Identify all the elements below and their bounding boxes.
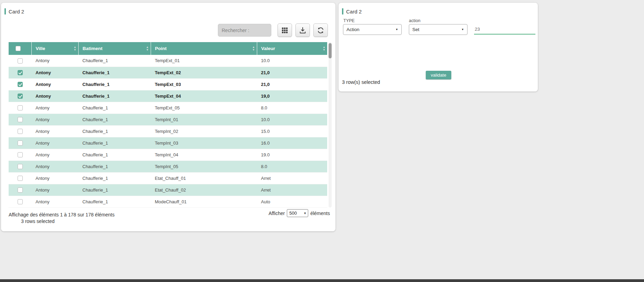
cell-point: TempExt_03 bbox=[151, 78, 257, 90]
cell-valeur: 10.0 bbox=[257, 114, 327, 125]
cell-valeur: Arret bbox=[257, 172, 327, 184]
table-row[interactable]: Antony Chaufferie_1 TempInt_03 16.0 bbox=[9, 137, 327, 149]
cell-batiment: Chaufferie_1 bbox=[78, 114, 151, 125]
length-label-before: Afficher bbox=[269, 211, 285, 216]
card-title-text: Card 2 bbox=[9, 9, 24, 14]
row-checkbox[interactable] bbox=[18, 164, 23, 169]
column-visibility-button[interactable] bbox=[278, 23, 292, 37]
table-scrollbar[interactable] bbox=[329, 42, 332, 207]
cell-ville: Antony bbox=[31, 149, 78, 161]
table-info-text: Affichage des éléments 1 à 178 sur 178 é… bbox=[9, 212, 114, 217]
table-toolbar bbox=[218, 23, 328, 37]
row-checkbox[interactable] bbox=[18, 140, 23, 146]
cell-batiment: Chaufferie_1 bbox=[78, 90, 151, 102]
action-select[interactable]: Set ▼ bbox=[409, 24, 467, 35]
page-length-control: Afficher 500 ▼ éléments bbox=[269, 209, 330, 217]
chevron-down-icon: ▼ bbox=[461, 28, 464, 31]
row-checkbox[interactable] bbox=[18, 105, 23, 110]
cell-ville: Antony bbox=[31, 90, 78, 102]
scrollbar-thumb[interactable] bbox=[329, 43, 332, 58]
cell-batiment: Chaufferie_1 bbox=[78, 125, 151, 137]
column-header-label: Batiment bbox=[83, 46, 103, 51]
column-header-label: Valeur bbox=[261, 46, 275, 51]
title-accent-bar bbox=[4, 8, 6, 14]
window-bottom-edge bbox=[0, 279, 644, 282]
table-card: Card 2 bbox=[1, 3, 335, 231]
table-row[interactable]: Antony Chaufferie_1 TempInt_05 8.0 bbox=[9, 161, 327, 172]
validate-button[interactable]: validate bbox=[426, 71, 451, 79]
cell-ville: Antony bbox=[31, 184, 78, 196]
cell-batiment: Chaufferie_1 bbox=[78, 184, 151, 196]
table-row[interactable]: Antony Chaufferie_1 TempExt_05 8.0 bbox=[9, 102, 327, 114]
column-header-point[interactable]: Point ▲▼ bbox=[151, 42, 257, 55]
sort-icons: ▲▼ bbox=[252, 46, 255, 51]
cell-ville: Antony bbox=[31, 67, 78, 78]
table-row[interactable]: Antony Chaufferie_1 TempInt_02 15.0 bbox=[9, 125, 327, 137]
column-header-valeur[interactable]: Valeur ▲▼ bbox=[257, 42, 327, 55]
table-row[interactable]: Antony Chaufferie_1 TempExt_02 21,0 bbox=[9, 67, 327, 78]
table-row[interactable]: Antony Chaufferie_1 TempExt_04 19,0 bbox=[9, 90, 327, 102]
rows-selected-text: 3 rows selected bbox=[21, 218, 54, 224]
column-header-batiment[interactable]: Batiment ▲▼ bbox=[78, 42, 151, 55]
cell-batiment: Chaufferie_1 bbox=[78, 67, 151, 78]
sort-icons: ▲▼ bbox=[323, 46, 325, 51]
cell-valeur: 19.0 bbox=[257, 149, 327, 161]
cell-batiment: Chaufferie_1 bbox=[78, 161, 151, 172]
cell-ville: Antony bbox=[31, 55, 78, 67]
cell-valeur: 21,0 bbox=[257, 67, 327, 78]
table-row[interactable]: Antony Chaufferie_1 Etat_Chauff_02 Arret bbox=[9, 184, 327, 196]
row-checkbox[interactable] bbox=[18, 94, 23, 99]
row-checkbox[interactable] bbox=[18, 176, 23, 181]
type-select[interactable]: Action ▼ bbox=[343, 24, 402, 35]
card-title-text: Card 2 bbox=[346, 9, 362, 14]
table-row[interactable]: Antony Chaufferie_1 TempExt_03 21,0 bbox=[9, 78, 327, 90]
row-checkbox[interactable] bbox=[18, 58, 23, 64]
sort-icons: ▲▼ bbox=[146, 46, 149, 51]
search-input[interactable] bbox=[218, 24, 271, 37]
type-label: TYPE bbox=[343, 18, 355, 23]
select-all-checkbox[interactable] bbox=[16, 46, 21, 51]
chevron-down-icon: ▼ bbox=[395, 28, 398, 31]
cell-ville: Antony bbox=[31, 161, 78, 172]
row-checkbox[interactable] bbox=[18, 129, 23, 134]
row-checkbox[interactable] bbox=[18, 117, 23, 122]
refresh-button[interactable] bbox=[313, 23, 328, 37]
cell-point: TempExt_04 bbox=[151, 90, 257, 102]
column-header-label: Ville bbox=[36, 46, 46, 51]
grid-icon bbox=[281, 27, 289, 34]
cell-valeur: 21,0 bbox=[257, 78, 327, 90]
row-checkbox[interactable] bbox=[18, 70, 23, 75]
cell-valeur: Arret bbox=[257, 184, 327, 196]
page-length-select[interactable]: 500 ▼ bbox=[287, 209, 308, 217]
download-button[interactable] bbox=[295, 23, 310, 37]
table-row[interactable]: Antony Chaufferie_1 TempInt_04 19.0 bbox=[9, 149, 327, 161]
row-checkbox[interactable] bbox=[18, 199, 23, 204]
table-row[interactable]: Antony Chaufferie_1 ModeChauff_01 Auto bbox=[9, 196, 327, 207]
cell-batiment: Chaufferie_1 bbox=[78, 172, 151, 184]
table-header-row: Ville ▲▼ Batiment ▲▼ Point ▲▼ Valeur ▲▼ bbox=[9, 42, 327, 55]
value-input[interactable] bbox=[474, 24, 535, 35]
cell-valeur: 8.0 bbox=[257, 161, 327, 172]
card-title: Card 2 bbox=[342, 8, 362, 14]
column-header-ville[interactable]: Ville ▲▼ bbox=[31, 42, 78, 55]
table-body: Antony Chaufferie_1 TempExt_01 10.0 Anto… bbox=[9, 55, 327, 207]
table-row[interactable]: Antony Chaufferie_1 TempExt_01 10.0 bbox=[9, 55, 327, 67]
table-row[interactable]: Antony Chaufferie_1 Etat_Chauff_01 Arret bbox=[9, 172, 327, 184]
action-label: action bbox=[409, 18, 420, 23]
title-accent-bar bbox=[342, 8, 343, 14]
cell-valeur: 8.0 bbox=[257, 102, 327, 114]
row-checkbox[interactable] bbox=[18, 152, 23, 157]
cell-point: TempInt_04 bbox=[151, 149, 257, 161]
cell-point: Etat_Chauff_02 bbox=[151, 184, 257, 196]
row-checkbox[interactable] bbox=[18, 187, 23, 193]
cell-point: TempExt_02 bbox=[151, 67, 257, 78]
cell-valeur: Auto bbox=[257, 196, 327, 207]
sort-icons: ▲▼ bbox=[74, 46, 77, 51]
type-select-value: Action bbox=[346, 27, 360, 32]
row-checkbox[interactable] bbox=[18, 82, 23, 87]
cell-ville: Antony bbox=[31, 125, 78, 137]
cell-ville: Antony bbox=[31, 137, 78, 149]
cell-ville: Antony bbox=[31, 78, 78, 90]
download-icon bbox=[299, 27, 306, 34]
table-row[interactable]: Antony Chaufferie_1 TempInt_01 10.0 bbox=[9, 114, 327, 125]
